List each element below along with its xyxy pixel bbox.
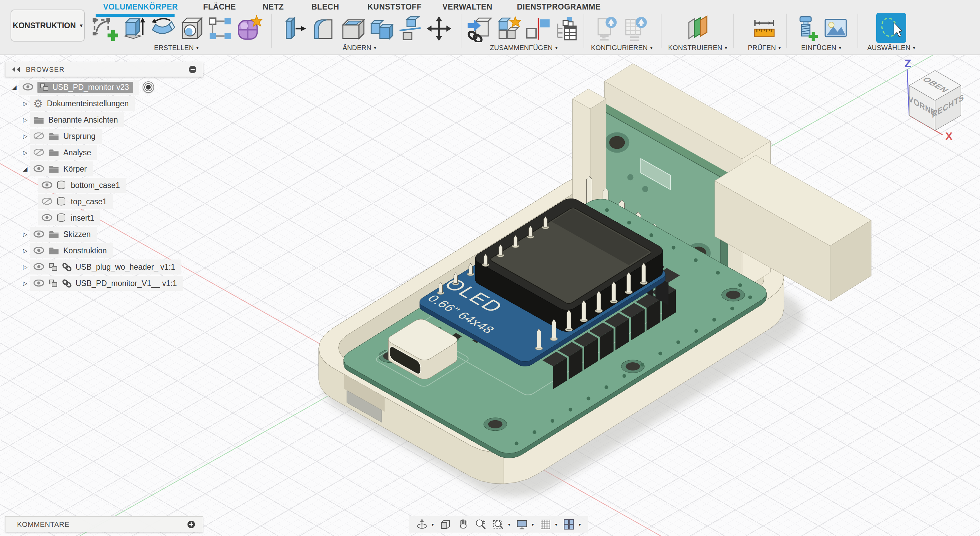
tree-row-bottom-case1[interactable]: bottom_case1: [38, 177, 126, 193]
collapsed-triangle-icon[interactable]: ▷: [21, 263, 30, 271]
eye-icon[interactable]: [33, 231, 44, 238]
new-component-icon[interactable]: [495, 15, 522, 42]
collapse-panel-icon[interactable]: [11, 66, 21, 73]
tree-row-ursprung[interactable]: ▷ Ursprung: [21, 128, 102, 144]
construction-plane-icon[interactable]: [684, 15, 711, 42]
dropdown-arrow-icon[interactable]: ▾: [531, 522, 534, 527]
dropdown-arrow-icon[interactable]: ▾: [555, 522, 557, 527]
revolve-icon[interactable]: [149, 15, 176, 42]
tree-row-top-case1[interactable]: top_case1: [38, 193, 113, 210]
expanded-triangle-icon[interactable]: ◢: [10, 84, 19, 91]
split-body-icon[interactable]: [396, 15, 424, 42]
tree-row-konstruktion[interactable]: ▷ Konstruktion: [21, 242, 113, 259]
collapsed-triangle-icon[interactable]: ▷: [21, 280, 30, 287]
eye-icon[interactable]: [22, 83, 33, 91]
extrude-icon[interactable]: [120, 15, 147, 42]
tab-netz[interactable]: NETZ: [263, 2, 284, 11]
tree-row-benannte-ansichten[interactable]: ▷ Benannte Ansichten: [21, 112, 124, 128]
group-einfuegen: [793, 15, 850, 42]
tab-volumenkoerper[interactable]: VOLUMENKÖRPER: [103, 2, 178, 11]
workspace-selector[interactable]: KONSTRUKTION ▾: [11, 10, 85, 41]
eye-icon[interactable]: [33, 279, 44, 287]
workspace-label: KONSTRUKTION: [13, 21, 76, 30]
browser-panel-header[interactable]: BROWSER: [5, 62, 203, 77]
group-label-einfuegen[interactable]: EINFÜGEN▾: [801, 44, 841, 52]
bom-icon[interactable]: [553, 15, 580, 42]
shell-icon[interactable]: [339, 15, 366, 42]
tree-row-usb-plug[interactable]: ▷ USB_plug_wo_header_ v1:1: [21, 259, 181, 275]
group-label-pruefen[interactable]: PRÜFEN▾: [748, 44, 781, 52]
group-label-konstruieren[interactable]: KONSTRUIEREN▾: [668, 44, 727, 52]
group-label-auswaehlen[interactable]: AUSWÄHLEN▾: [867, 44, 915, 52]
dropdown-arrow-icon[interactable]: ▾: [431, 522, 434, 527]
collapsed-triangle-icon[interactable]: ▷: [21, 247, 30, 254]
group-label-aendern[interactable]: ÄNDERN▾: [343, 44, 376, 52]
zoom-icon[interactable]: [475, 518, 487, 531]
viewports-icon[interactable]: [563, 518, 575, 531]
dropdown-arrow-icon[interactable]: ▾: [508, 522, 511, 527]
form-icon[interactable]: [235, 15, 263, 42]
eye-icon[interactable]: [33, 165, 44, 173]
activate-component-radio[interactable]: [143, 81, 154, 93]
collapsed-triangle-icon[interactable]: ▷: [21, 100, 30, 107]
display-settings-toggle-icon[interactable]: [188, 65, 197, 74]
svg-text:X: X: [945, 130, 953, 142]
look-at-icon[interactable]: [439, 518, 452, 531]
configure-table-icon[interactable]: [623, 15, 650, 42]
component-icon: [48, 279, 58, 288]
tree-row-koerper[interactable]: ◢ Körper: [21, 161, 93, 177]
tab-flaeche[interactable]: FLÄCHE: [203, 2, 236, 11]
collapsed-triangle-icon[interactable]: ▷: [21, 133, 30, 140]
joint-icon[interactable]: [524, 15, 551, 42]
tree-row-root[interactable]: ◢ USB_PD_monitor v23: [10, 79, 154, 95]
tree-row-dokumenteinstellungen[interactable]: ▷ ⚙ Dokumenteinstellungen: [21, 95, 135, 112]
tree-label: insert1: [71, 214, 94, 223]
tree-row-skizzen[interactable]: ▷ Skizzen: [21, 226, 97, 242]
group-label-konfigurieren[interactable]: KONFIGURIEREN▾: [591, 44, 653, 52]
pan-icon[interactable]: [457, 518, 469, 531]
grid-settings-icon[interactable]: [539, 518, 552, 531]
display-settings-icon[interactable]: [516, 518, 528, 531]
move-icon[interactable]: [425, 15, 453, 42]
hole-icon[interactable]: [178, 15, 205, 42]
dropdown-arrow-icon[interactable]: ▾: [579, 522, 581, 527]
group-label-zusammenfuegen[interactable]: ZUSAMMENFÜGEN▾: [490, 44, 557, 52]
eye-icon[interactable]: [33, 263, 44, 271]
measure-icon[interactable]: [751, 15, 778, 42]
eye-off-icon[interactable]: [33, 149, 44, 156]
insert-image-icon[interactable]: [822, 15, 850, 42]
combine-icon[interactable]: [368, 15, 395, 42]
group-auswaehlen: [876, 13, 906, 43]
tree-row-usb-pd-monitor-v1[interactable]: ▷ USB_PD_monitor_V1__ v1:1: [21, 275, 183, 292]
expanded-triangle-icon[interactable]: ◢: [21, 166, 30, 173]
eye-off-icon[interactable]: [33, 132, 44, 140]
tab-verwalten[interactable]: VERWALTEN: [442, 2, 492, 11]
tab-kunststoff[interactable]: KUNSTSTOFF: [368, 2, 422, 11]
collapsed-triangle-icon[interactable]: ▷: [21, 116, 30, 124]
tab-dienstprogramme[interactable]: DIENSTPROGRAMME: [517, 2, 601, 11]
tab-blech[interactable]: BLECH: [311, 2, 339, 11]
eye-icon[interactable]: [41, 182, 52, 189]
add-comment-icon[interactable]: [186, 520, 196, 529]
insert-derive-icon[interactable]: [466, 15, 493, 42]
comments-panel[interactable]: KOMMENTARE: [5, 516, 203, 532]
create-sketch-icon[interactable]: [91, 15, 118, 42]
tree-row-analyse[interactable]: ▷ Analyse: [21, 144, 97, 161]
toolbar-separator: [786, 14, 787, 48]
collapsed-triangle-icon[interactable]: ▷: [21, 231, 30, 238]
press-pull-icon[interactable]: [281, 15, 308, 42]
configure-feature-icon[interactable]: [594, 15, 621, 42]
pattern-icon[interactable]: [207, 15, 234, 42]
orbit-icon[interactable]: [416, 518, 428, 531]
select-icon[interactable]: [876, 13, 906, 43]
insert-fastener-icon[interactable]: [793, 15, 821, 42]
group-label-erstellen[interactable]: ERSTELLEN▾: [154, 44, 199, 52]
eye-icon[interactable]: [33, 247, 44, 254]
tree-row-insert1[interactable]: insert1: [38, 210, 100, 226]
toolbar-separator: [733, 14, 734, 48]
collapsed-triangle-icon[interactable]: ▷: [21, 149, 30, 156]
fillet-icon[interactable]: [310, 15, 337, 42]
eye-off-icon[interactable]: [41, 198, 52, 205]
zoom-window-icon[interactable]: [492, 518, 504, 531]
eye-icon[interactable]: [41, 214, 52, 222]
